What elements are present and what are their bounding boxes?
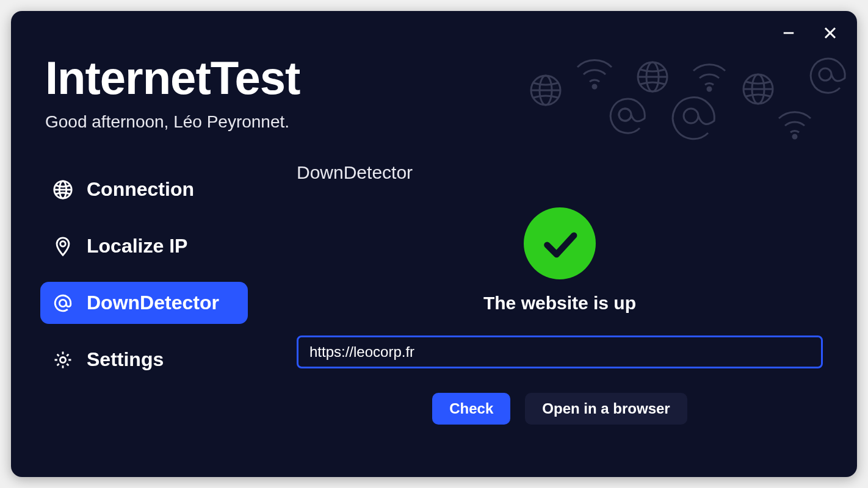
greeting-text: Good afternoon, Léo Peyronnet. [45,112,823,132]
pin-icon [52,236,73,257]
svg-point-21 [60,241,66,246]
header: InternetTest Good afternoon, Léo Peyronn… [11,11,857,138]
open-browser-button[interactable]: Open in a browser [525,393,687,425]
sidebar-item-downdetector[interactable]: DownDetector [40,282,248,324]
body: Connection Localize IP DownDetector Sett… [11,138,857,425]
close-icon [823,26,837,40]
svg-point-22 [59,300,66,306]
window-controls [768,16,851,50]
sidebar-item-label: Localize IP [87,235,187,257]
main-panel: DownDetector The website is up Check Ope… [297,162,823,425]
app-title: InternetTest [45,55,823,101]
section-title: DownDetector [297,162,823,183]
close-button[interactable] [818,21,842,45]
sidebar-item-label: Settings [87,348,164,371]
sidebar-item-settings[interactable]: Settings [40,339,248,381]
url-input[interactable] [297,336,823,368]
sidebar-item-label: Connection [87,178,194,201]
status-area: The website is up [297,207,823,368]
at-icon [52,293,73,314]
minimize-icon [782,26,795,40]
sidebar: Connection Localize IP DownDetector Sett… [40,162,272,425]
status-indicator [524,207,596,279]
minimize-button[interactable] [776,21,801,45]
check-icon [541,224,579,262]
status-text: The website is up [483,293,636,314]
sidebar-item-localize-ip[interactable]: Localize IP [40,225,248,267]
gear-icon [52,350,73,370]
globe-icon [52,179,73,200]
sidebar-item-label: DownDetector [87,292,219,314]
actions: Check Open in a browser [297,393,823,425]
svg-point-23 [60,357,65,362]
app-window: InternetTest Good afternoon, Léo Peyronn… [11,11,857,477]
sidebar-item-connection[interactable]: Connection [40,168,248,210]
check-button[interactable]: Check [432,393,510,425]
